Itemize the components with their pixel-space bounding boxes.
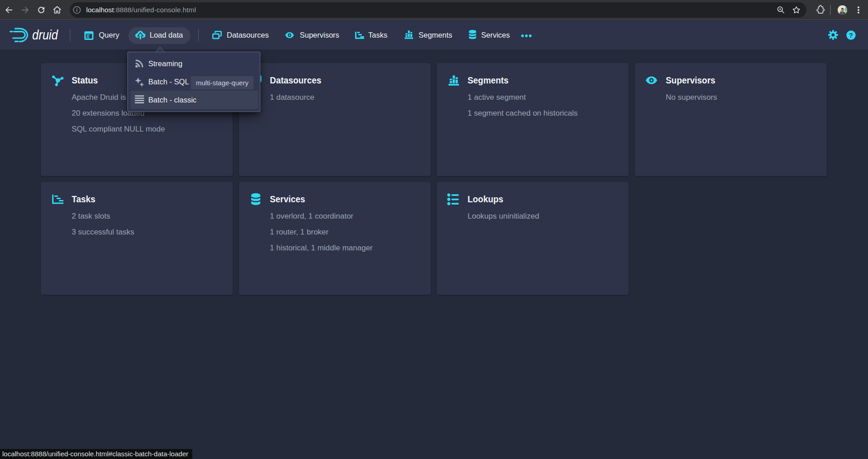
svg-text:?: ? [849,32,853,39]
